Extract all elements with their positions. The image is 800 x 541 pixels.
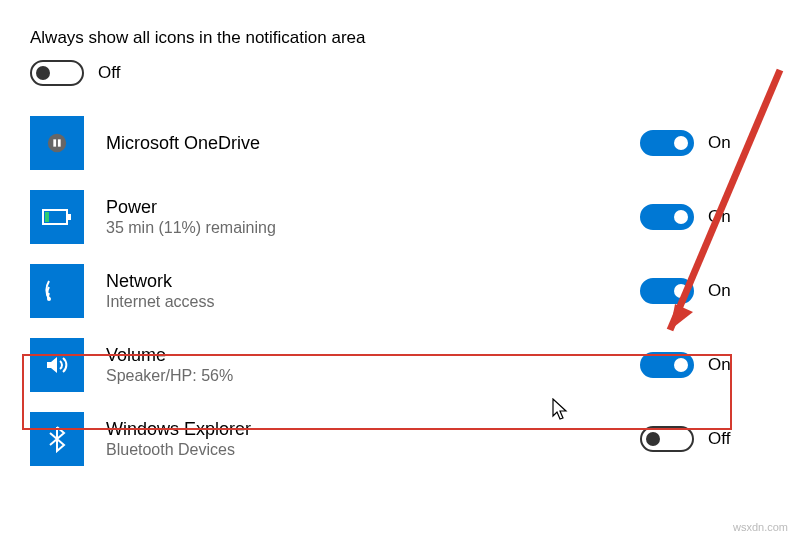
page-title: Always show all icons in the notificatio… <box>30 28 770 48</box>
item-subtitle: Bluetooth Devices <box>106 441 618 459</box>
item-toggle-label: On <box>708 133 731 153</box>
svg-rect-2 <box>58 139 61 146</box>
battery-icon <box>30 190 84 244</box>
svg-rect-1 <box>53 139 56 146</box>
list-item: Network Internet access On <box>30 254 770 328</box>
item-subtitle: Speaker/HP: 56% <box>106 367 618 385</box>
item-title: Microsoft OneDrive <box>106 133 618 154</box>
bluetooth-icon <box>30 412 84 466</box>
item-toggle-label: On <box>708 281 731 301</box>
item-title: Volume <box>106 345 618 366</box>
master-toggle-row: Off <box>30 60 770 86</box>
item-subtitle: 35 min (11%) remaining <box>106 219 618 237</box>
item-toggle-label: On <box>708 207 731 227</box>
item-toggle-label: On <box>708 355 731 375</box>
list-item: Microsoft OneDrive On <box>30 106 770 180</box>
list-item: Power 35 min (11%) remaining On <box>30 180 770 254</box>
item-toggle[interactable] <box>640 204 694 230</box>
item-toggle[interactable] <box>640 426 694 452</box>
item-toggle[interactable] <box>640 130 694 156</box>
list-item: Volume Speaker/HP: 56% On <box>30 328 770 402</box>
item-toggle[interactable] <box>640 352 694 378</box>
item-title: Windows Explorer <box>106 419 618 440</box>
item-title: Power <box>106 197 618 218</box>
item-toggle-label: Off <box>708 429 730 449</box>
item-toggle[interactable] <box>640 278 694 304</box>
svg-point-0 <box>48 134 66 152</box>
watermark: wsxdn.com <box>733 521 788 533</box>
list-item: Windows Explorer Bluetooth Devices Off <box>30 402 770 476</box>
item-title: Network <box>106 271 618 292</box>
master-toggle-label: Off <box>98 63 120 83</box>
svg-point-6 <box>47 297 51 301</box>
onedrive-icon <box>30 116 84 170</box>
svg-rect-4 <box>68 214 71 220</box>
item-subtitle: Internet access <box>106 293 618 311</box>
master-toggle[interactable] <box>30 60 84 86</box>
volume-icon <box>30 338 84 392</box>
wifi-icon <box>30 264 84 318</box>
svg-rect-5 <box>45 212 49 222</box>
